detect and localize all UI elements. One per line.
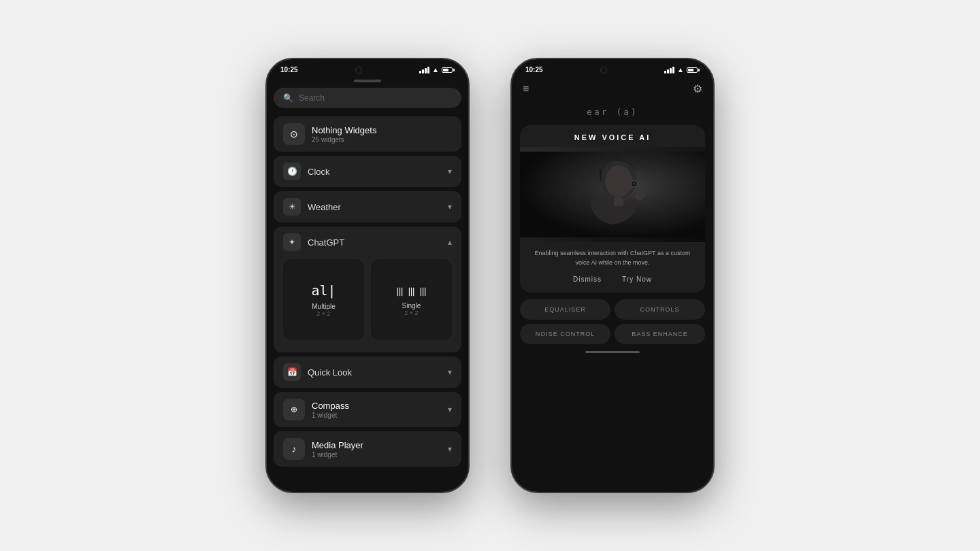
bass-enhance-pill[interactable]: BASS ENHANCE — [615, 324, 705, 344]
equaliser-pill[interactable]: EQUALISER — [520, 299, 610, 320]
camera-dot-2 — [600, 67, 607, 73]
battery-icon-2 — [687, 67, 700, 73]
quicklook-item[interactable]: 📅 Quick Look ▾ — [274, 356, 461, 388]
chatgpt-section[interactable]: ✦ ChatGPT ▴ al| Multiple 2 × 2 ⫼⫼⫼ Singl… — [274, 227, 461, 352]
mediaplayer-item[interactable]: ♪ Media Player 1 widget ▾ — [274, 431, 461, 467]
battery-body-1 — [442, 67, 453, 73]
app-toolbar: ≡ ⚙ — [512, 77, 713, 101]
phone-1-screen: 10:25 ▲ — [267, 59, 468, 492]
phone-1: 10:25 ▲ — [265, 58, 470, 493]
widget-single-icon: ⫼⫼⫼ — [394, 284, 429, 298]
nothing-icon-symbol: ⊙ — [290, 129, 298, 139]
phone2-content: ≡ ⚙ ear (a) NEW VOICE AI — [512, 77, 713, 482]
promo-description: Enabling seamless interaction with ChatG… — [520, 242, 705, 267]
widget-multiple-card[interactable]: al| Multiple 2 × 2 — [283, 259, 364, 340]
mediaplayer-icon: ♪ — [283, 438, 305, 460]
svg-point-6 — [633, 182, 636, 185]
camera-dot-1 — [355, 67, 362, 73]
try-now-button[interactable]: Try Now — [622, 276, 652, 283]
compass-icon: ⊕ — [283, 399, 305, 420]
battery-body-2 — [687, 67, 698, 73]
widget-multiple-size: 2 × 2 — [316, 310, 330, 317]
status-bar-2: 10:25 ▲ — [512, 59, 713, 77]
feature-grid: EQUALISER CONTROLS NOISE CONTROL BASS EN… — [512, 299, 713, 344]
widget-multiple-title: Multiple — [312, 303, 335, 310]
compass-info: Compass 1 widget — [312, 401, 441, 419]
battery-cap-2 — [698, 69, 700, 71]
widget-previews: al| Multiple 2 × 2 ⫼⫼⫼ Single 2 × 2 — [283, 259, 452, 346]
weather-item[interactable]: ☀ Weather ▾ — [274, 191, 461, 222]
widget-single-card[interactable]: ⫼⫼⫼ Single 2 × 2 — [371, 259, 452, 340]
battery-cap-1 — [453, 69, 455, 71]
mediaplayer-info: Media Player 1 widget — [312, 440, 441, 458]
quicklook-icon: 📅 — [283, 363, 301, 381]
signal-icon-2 — [664, 67, 674, 73]
sig2-bar-4 — [672, 67, 674, 73]
compass-header: ⊕ Compass 1 widget ▾ — [283, 399, 452, 420]
home-indicator-2 — [585, 351, 640, 353]
search-placeholder: Search — [299, 93, 325, 103]
search-bar[interactable]: 🔍 Search — [274, 88, 461, 108]
chatgpt-label: ChatGPT — [308, 237, 441, 248]
chatgpt-icon: ✦ — [283, 233, 301, 251]
equaliser-label: EQUALISER — [544, 306, 586, 313]
controls-label: CONTROLS — [640, 306, 679, 313]
nothing-widgets-header: ⊙ Nothing Widgets 25 widgets — [283, 123, 452, 145]
signal-bar-3 — [425, 68, 427, 73]
compass-chevron: ▾ — [448, 405, 452, 414]
chatgpt-header: ✦ ChatGPT ▴ — [283, 233, 452, 251]
promo-image — [520, 147, 705, 242]
sig2-bar-2 — [667, 69, 669, 73]
promo-card: NEW VOICE AI — [520, 125, 705, 293]
signal-bar-2 — [422, 69, 424, 73]
sig2-bar-3 — [670, 68, 672, 73]
mediaplayer-header: ♪ Media Player 1 widget ▾ — [283, 438, 452, 460]
pull-handle-1[interactable] — [354, 80, 381, 82]
widget-single-title: Single — [402, 302, 421, 310]
promo-title: NEW VOICE AI — [520, 125, 705, 147]
dismiss-button[interactable]: Dismiss — [573, 276, 602, 283]
quicklook-label: Quick Look — [308, 367, 441, 378]
nothing-widgets-sub: 25 widgets — [312, 136, 452, 144]
settings-icon[interactable]: ⚙ — [693, 82, 702, 95]
svg-rect-7 — [614, 197, 624, 206]
quicklook-chevron: ▾ — [448, 367, 452, 377]
nothing-widgets-name: Nothing Widgets — [312, 125, 452, 135]
status-icons-2: ▲ — [664, 66, 700, 73]
phone1-content: 🔍 Search ⊙ Nothing Widgets 25 widgets 🕐 — [267, 88, 468, 492]
weather-icon: ☀ — [283, 198, 301, 216]
clock-label: Clock — [308, 167, 441, 177]
nothing-widgets-icon: ⊙ — [283, 123, 305, 145]
weather-label: Weather — [308, 202, 441, 212]
weather-chevron: ▾ — [448, 202, 452, 212]
noise-control-label: NOISE CONTROL — [536, 331, 595, 337]
status-bar-1: 10:25 ▲ — [267, 59, 468, 77]
signal-bar-1 — [419, 71, 421, 73]
battery-icon-1 — [442, 67, 455, 73]
clock-chevron: ▾ — [448, 167, 452, 176]
widget-single-size: 2 × 2 — [404, 310, 418, 316]
promo-svg — [520, 152, 705, 238]
signal-bar-4 — [427, 67, 429, 73]
battery-fill-2 — [688, 69, 693, 71]
clock-item[interactable]: 🕐 Clock ▾ — [274, 156, 461, 187]
compass-name: Compass — [312, 401, 441, 411]
nothing-widgets-item[interactable]: ⊙ Nothing Widgets 25 widgets — [274, 116, 461, 152]
status-time-2: 10:25 — [525, 66, 543, 73]
sig2-bar-1 — [664, 71, 666, 73]
menu-icon[interactable]: ≡ — [523, 83, 529, 95]
promo-actions: Dismiss Try Now — [520, 267, 705, 283]
phone-2-screen: 10:25 ▲ ≡ — [512, 59, 713, 492]
ear-logo: ear (a) — [512, 101, 713, 125]
clock-icon: 🕐 — [283, 163, 301, 180]
signal-icon-1 — [419, 67, 429, 73]
noise-control-pill[interactable]: NOISE CONTROL — [520, 324, 610, 344]
controls-pill[interactable]: CONTROLS — [615, 299, 705, 320]
mediaplayer-sub: 1 widget — [312, 451, 441, 458]
widget-multiple-icon: al| — [311, 282, 336, 299]
wifi-icon-1: ▲ — [432, 66, 439, 73]
chatgpt-chevron: ▴ — [448, 237, 452, 247]
bass-enhance-label: BASS ENHANCE — [632, 331, 688, 337]
compass-sub: 1 widget — [312, 412, 441, 419]
compass-item[interactable]: ⊕ Compass 1 widget ▾ — [274, 392, 461, 427]
